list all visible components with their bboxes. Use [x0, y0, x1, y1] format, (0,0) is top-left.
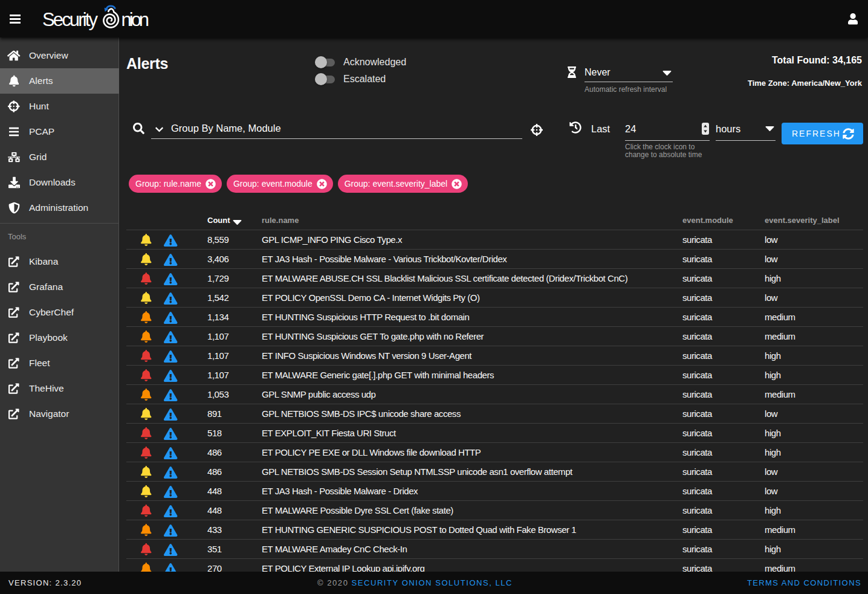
svg-text:Security: Security — [42, 9, 99, 30]
svg-text:nion: nion — [121, 9, 150, 30]
